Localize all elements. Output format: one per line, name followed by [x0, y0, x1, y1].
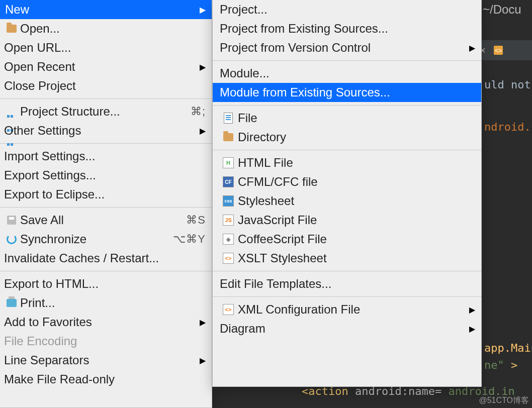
- submenu-item-project-existing[interactable]: Project from Existing Sources...: [213, 19, 481, 38]
- menu-label: Other Settings: [4, 124, 196, 138]
- submenu-arrow-icon: ▶: [469, 324, 475, 334]
- menu-item-open-recent[interactable]: Open Recent ▶: [0, 57, 212, 76]
- submenu-item-cfml[interactable]: CF CFML/CFC file: [213, 172, 481, 191]
- submenu-item-directory[interactable]: Directory: [213, 128, 481, 147]
- menu-label: JavaScript File: [237, 213, 475, 227]
- menu-label: Export to HTML...: [4, 277, 206, 291]
- watermark: @51CTO博客: [479, 395, 529, 406]
- menu-label: Print...: [19, 296, 206, 310]
- menu-item-open-url[interactable]: Open URL...: [0, 38, 212, 57]
- menu-label: CoffeeScript File: [237, 232, 475, 246]
- svg-text:<>: <>: [495, 47, 502, 54]
- menu-label: HTML File: [237, 156, 475, 170]
- menu-separator: [0, 207, 212, 208]
- menu-item-invalidate-caches[interactable]: Invalidate Caches / Restart...: [0, 249, 212, 268]
- menu-label: Project Structure...: [19, 105, 191, 119]
- submenu-item-project-vcs[interactable]: Project from Version Control ▶: [213, 38, 481, 57]
- menu-label: Add to Favorites: [4, 315, 196, 329]
- menu-label: Invalidate Caches / Restart...: [4, 251, 206, 265]
- menu-item-project-structure[interactable]: Project Structure... ⌘;: [0, 102, 212, 121]
- menu-label: XSLT Stylesheet: [237, 251, 475, 265]
- submenu-item-project[interactable]: Project...: [213, 0, 481, 19]
- menu-item-open[interactable]: Open...: [0, 19, 212, 38]
- menu-shortcut: ⌘;: [191, 105, 206, 118]
- print-icon: [4, 299, 19, 307]
- menu-item-add-favorites[interactable]: Add to Favorites ▶: [0, 313, 212, 332]
- submenu-item-diagram[interactable]: Diagram ▶: [213, 319, 481, 338]
- menu-label: Import Settings...: [4, 149, 206, 163]
- menu-label: Project...: [220, 3, 475, 17]
- menu-label: Export to Eclipse...: [4, 187, 206, 201]
- submenu-item-javascript[interactable]: JS JavaScript File: [213, 211, 481, 230]
- menu-label: Module from Existing Sources...: [220, 85, 475, 99]
- menu-label: Diagram: [220, 322, 465, 336]
- submenu-arrow-icon: ▶: [200, 62, 206, 72]
- menu-separator: [213, 296, 481, 297]
- tab-file-icon[interactable]: <>: [493, 45, 504, 56]
- menu-label: Close Project: [4, 79, 206, 93]
- menu-label: Make File Read-only: [4, 372, 206, 386]
- file-icon: [220, 113, 237, 124]
- menu-item-export-settings[interactable]: Export Settings...: [0, 166, 212, 185]
- menu-item-file-encoding: File Encoding: [0, 332, 212, 351]
- submenu-arrow-icon: ▶: [469, 43, 475, 53]
- sync-icon: [4, 234, 19, 244]
- submenu-item-xslt[interactable]: <> XSLT Stylesheet: [213, 249, 481, 268]
- menu-separator: [0, 271, 212, 271]
- menu-label: Synchronize: [19, 232, 173, 246]
- menu-item-export-html[interactable]: Export to HTML...: [0, 274, 212, 293]
- menu-label: File Encoding: [4, 334, 206, 348]
- menu-label: Open URL...: [4, 41, 206, 55]
- project-structure-icon: [4, 107, 19, 116]
- editor-text-fragment: app.Main: [484, 342, 532, 354]
- menu-label: Project from Version Control: [220, 41, 465, 55]
- menu-separator: [213, 105, 481, 106]
- submenu-arrow-icon: ▶: [200, 5, 206, 15]
- xslt-file-icon: <>: [220, 253, 237, 264]
- menu-item-other-settings[interactable]: Other Settings ▶: [0, 121, 212, 140]
- coffeescript-file-icon: ◆: [220, 234, 237, 245]
- new-submenu: Project... Project from Existing Sources…: [212, 0, 482, 387]
- menu-item-close-project[interactable]: Close Project: [0, 76, 212, 95]
- menu-label: XML Configuration File: [237, 302, 465, 317]
- menu-shortcut: ⌥⌘Y: [173, 233, 206, 246]
- submenu-item-html-file[interactable]: H HTML File: [213, 153, 481, 172]
- submenu-item-file[interactable]: File: [213, 109, 481, 128]
- menu-item-save-all[interactable]: Save All ⌘S: [0, 211, 212, 230]
- menu-label: Save All: [19, 213, 186, 227]
- menu-separator: [213, 150, 481, 150]
- cfml-file-icon: CF: [220, 176, 237, 187]
- menu-item-import-settings[interactable]: Import Settings...: [0, 147, 212, 166]
- menu-item-synchronize[interactable]: Synchronize ⌥⌘Y: [0, 230, 212, 249]
- menu-item-export-eclipse[interactable]: Export to Eclipse...: [0, 185, 212, 204]
- folder-icon: [220, 133, 237, 141]
- submenu-item-xml-config[interactable]: <> XML Configuration File ▶: [213, 300, 481, 319]
- editor-path-fragment: ~/Docu: [483, 3, 521, 17]
- menu-label: Project from Existing Sources...: [220, 22, 475, 36]
- folder-icon: [4, 25, 19, 33]
- menu-separator: [0, 98, 212, 99]
- submenu-item-coffeescript[interactable]: ◆ CoffeeScript File: [213, 230, 481, 249]
- submenu-item-module-existing[interactable]: Module from Existing Sources...: [213, 83, 481, 102]
- file-menu: New ▶ Open... Open URL... Open Recent ▶ …: [0, 0, 212, 408]
- menu-label: Directory: [237, 130, 475, 144]
- menu-label: CFML/CFC file: [237, 175, 475, 189]
- css-file-icon: css: [220, 195, 237, 207]
- js-file-icon: JS: [220, 215, 237, 226]
- menu-separator: [0, 143, 212, 144]
- submenu-item-stylesheet[interactable]: css Stylesheet: [213, 191, 481, 211]
- menu-item-new[interactable]: New ▶: [0, 0, 212, 19]
- xml-file-icon: <>: [220, 304, 237, 315]
- menu-label: Open Recent: [4, 60, 196, 74]
- editor-text-fragment: ne" >: [484, 359, 532, 371]
- submenu-item-edit-templates[interactable]: Edit File Templates...: [213, 274, 481, 293]
- menu-item-print[interactable]: Print...: [0, 293, 212, 313]
- menu-item-make-readonly[interactable]: Make File Read-only: [0, 370, 212, 389]
- menu-separator: [213, 60, 481, 61]
- menu-label: Open...: [19, 22, 206, 36]
- html-file-icon: H: [220, 157, 237, 168]
- menu-label: Export Settings...: [4, 168, 206, 182]
- menu-item-line-separators[interactable]: Line Separators ▶: [0, 351, 212, 370]
- submenu-item-module[interactable]: Module...: [213, 64, 481, 83]
- menu-label: Line Separators: [4, 353, 196, 367]
